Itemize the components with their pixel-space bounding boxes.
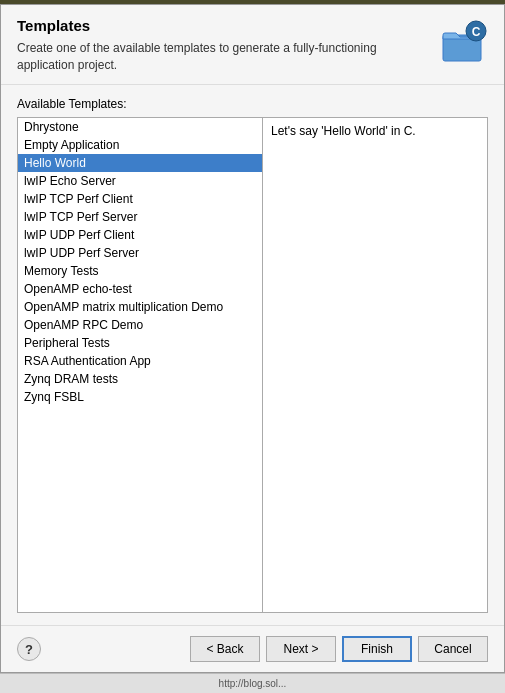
template-list-item[interactable]: Zynq FSBL [18, 388, 262, 406]
template-list-item[interactable]: Empty Application [18, 136, 262, 154]
template-list-item[interactable]: Memory Tests [18, 262, 262, 280]
template-description-text: Let's say 'Hello World' in C. [271, 124, 416, 138]
template-list-item[interactable]: OpenAMP matrix multiplication Demo [18, 298, 262, 316]
template-list-item[interactable]: Hello World [18, 154, 262, 172]
finish-button[interactable]: Finish [342, 636, 412, 662]
next-button[interactable]: Next > [266, 636, 336, 662]
svg-text:C: C [472, 25, 481, 39]
template-list-item[interactable]: Zynq DRAM tests [18, 370, 262, 388]
template-list-item[interactable]: lwIP Echo Server [18, 172, 262, 190]
back-button[interactable]: < Back [190, 636, 260, 662]
dialog-icon: C [438, 17, 488, 67]
dialog-footer: ? < Back Next > Finish Cancel [1, 625, 504, 672]
template-list-item[interactable]: OpenAMP echo-test [18, 280, 262, 298]
dialog-description: Create one of the available templates to… [17, 40, 428, 74]
template-list[interactable]: DhrystoneEmpty ApplicationHello WorldlwI… [18, 118, 263, 612]
template-list-item[interactable]: Peripheral Tests [18, 334, 262, 352]
template-list-item[interactable]: lwIP UDP Perf Server [18, 244, 262, 262]
cancel-button[interactable]: Cancel [418, 636, 488, 662]
dialog: Templates Create one of the available te… [0, 4, 505, 673]
template-list-item[interactable]: OpenAMP RPC Demo [18, 316, 262, 334]
dialog-title: Templates [17, 17, 428, 34]
dialog-header-text: Templates Create one of the available te… [17, 17, 428, 74]
template-list-item[interactable]: RSA Authentication App [18, 352, 262, 370]
status-url: http://blog.sol... [8, 678, 497, 689]
dialog-body: Available Templates: DhrystoneEmpty Appl… [1, 85, 504, 625]
available-label: Available Templates: [17, 97, 488, 111]
footer-left: ? [17, 637, 41, 661]
template-list-item[interactable]: lwIP UDP Perf Client [18, 226, 262, 244]
status-bar: http://blog.sol... [0, 673, 505, 693]
help-button[interactable]: ? [17, 637, 41, 661]
template-description-panel: Let's say 'Hello World' in C. [263, 118, 487, 612]
template-list-item[interactable]: Dhrystone [18, 118, 262, 136]
template-list-item[interactable]: lwIP TCP Perf Client [18, 190, 262, 208]
footer-right: < Back Next > Finish Cancel [190, 636, 488, 662]
template-list-item[interactable]: lwIP TCP Perf Server [18, 208, 262, 226]
dialog-header: Templates Create one of the available te… [1, 5, 504, 85]
templates-area: DhrystoneEmpty ApplicationHello WorldlwI… [17, 117, 488, 613]
